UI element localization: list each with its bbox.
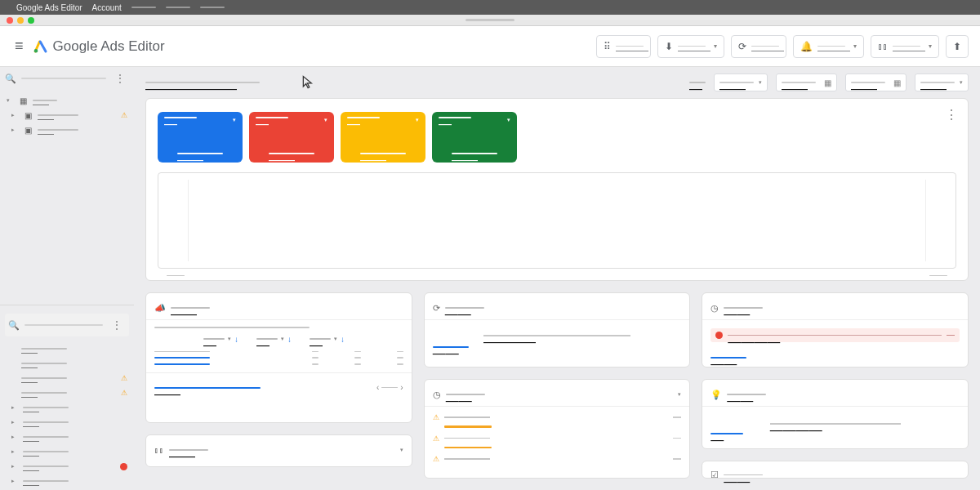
bar-chart-icon: ⫾⫾ (154, 445, 164, 455)
table-row[interactable] (154, 361, 403, 368)
col-sort[interactable]: —▾↓ (256, 335, 292, 344)
view-grid-button[interactable]: ⠿———— (596, 35, 651, 58)
nav-item[interactable]: ▸—— (0, 474, 134, 488)
upload-icon: ⬆ (953, 41, 961, 52)
nav-item[interactable]: ▸—— (0, 444, 134, 459)
check-card: ☑—— (702, 461, 969, 479)
sort-down-icon: ↓ (341, 335, 345, 344)
warning-icon: ⚠ (433, 413, 439, 421)
nav-item[interactable]: ——⚠ (0, 385, 134, 400)
prev-page[interactable]: ‹ (376, 383, 379, 392)
metric-card-yellow[interactable]: —▾—— (341, 112, 425, 163)
date-filter[interactable]: ——▦ (776, 74, 837, 91)
clock-icon: ◷ (433, 390, 441, 400)
chevron-down-icon: ▾ (759, 79, 762, 86)
megaphone-icon: 📣 (154, 303, 166, 314)
error-icon (715, 332, 723, 339)
close-window-button[interactable] (7, 17, 13, 24)
more-icon[interactable]: ⋮ (111, 72, 129, 85)
date-filter[interactable]: ——▦ (845, 74, 906, 91)
chevron-down-icon: ▾ (507, 117, 510, 123)
breadcrumb[interactable]: ——————— (145, 82, 260, 83)
download-button[interactable]: ⬇————▾ (657, 35, 724, 58)
next-page[interactable]: › (400, 383, 403, 392)
nav-item[interactable]: ▸—— (0, 400, 134, 415)
os-menu-account[interactable]: Account (92, 3, 122, 12)
x-axis-tick (929, 275, 947, 277)
maximize-window-button[interactable] (28, 17, 34, 24)
table-row[interactable] (154, 354, 403, 361)
tree-root[interactable]: ▾ ▦ —— (0, 93, 134, 108)
more-icon[interactable]: ⋮ (945, 107, 958, 122)
filter-dropdown[interactable]: ——▾ (915, 74, 969, 91)
metric-card-red[interactable]: —▾—— (249, 112, 334, 163)
history-item[interactable]: ⚠ (433, 412, 682, 423)
history-item[interactable]: ⚠ (433, 433, 682, 444)
col-sort[interactable]: —▾↓ (203, 335, 238, 344)
os-menu-item[interactable] (166, 7, 190, 8)
tree-item[interactable]: ▸ ▣ —— (0, 122, 134, 137)
history-card: ◷——▾ ⚠ ⚠ ⚠ (424, 379, 691, 479)
campaigns-card: 📣—— —▾↓ —▾↓ —▾↓ ——‹› (145, 292, 412, 423)
table-row[interactable] (154, 349, 403, 355)
os-menu-item[interactable] (200, 7, 225, 8)
overview-panel: ⋮ —▾—— —▾—— —▾—— —▾—— (145, 98, 969, 281)
col-sort[interactable]: —▾↓ (310, 335, 345, 344)
history-link[interactable] (444, 447, 492, 449)
chevron-down-icon: ▾ (233, 117, 236, 123)
chevron-down-icon[interactable]: ▾ (678, 391, 681, 398)
history-item[interactable]: ⚠ (433, 453, 682, 465)
nav-item[interactable]: ▸—— (0, 459, 134, 474)
search-icon: 🔍 (5, 74, 16, 84)
download-icon: ⬇ (665, 41, 673, 52)
more-icon[interactable]: ⋮ (108, 318, 126, 332)
os-menu-item[interactable] (131, 7, 156, 8)
bar-chart-icon: ⫾⫾ (878, 41, 888, 52)
tree-item[interactable]: ▸ ▣ —— ⚠ (0, 108, 134, 122)
cursor-icon (301, 74, 317, 91)
caret-right-icon: ▸ (11, 434, 18, 440)
chevron-down-icon[interactable]: ▾ (400, 447, 403, 453)
card-action-link[interactable]: —— (710, 357, 746, 359)
x-axis-tick (167, 275, 185, 277)
metric-cards: —▾—— —▾—— —▾—— —▾—— (158, 112, 956, 163)
card-action-link[interactable]: —— (433, 346, 469, 348)
upload-button[interactable]: ⬆ (946, 35, 969, 58)
card-action-link[interactable]: — (710, 433, 743, 434)
metric-card-blue[interactable]: —▾—— (158, 112, 243, 163)
os-menu-app[interactable]: Google Ads Editor (16, 3, 82, 12)
menu-icon[interactable]: ≡ (11, 34, 27, 58)
warning-icon: ⚠ (433, 434, 439, 443)
minimize-window-button[interactable] (17, 17, 24, 24)
nav-item[interactable]: —— (0, 356, 134, 371)
refresh-button[interactable]: ⟳———— (731, 35, 786, 58)
chevron-down-icon: ▾ (960, 79, 963, 86)
card-pagination: ——‹› (154, 383, 403, 392)
metric-card-green[interactable]: —▾—— (432, 112, 517, 163)
filter-dropdown[interactable]: ——▾ (714, 74, 768, 91)
caret-right-icon: ▸ (11, 112, 18, 118)
account-icon: ▣ (23, 126, 33, 135)
warning-icon: ⚠ (121, 374, 127, 382)
chevron-down-icon: ▾ (324, 117, 327, 123)
account-tree: ▾ ▦ —— ▸ ▣ —— ⚠ ▸ ▣ —— (0, 90, 134, 144)
nav-item[interactable]: ——⚠ (0, 371, 134, 385)
warning-icon: ⚠ (121, 389, 127, 397)
caret-right-icon: ▸ (11, 127, 18, 133)
view-all-link[interactable]: —— (154, 387, 261, 389)
notifications-button[interactable]: 🔔————▾ (793, 35, 864, 58)
stats-button[interactable]: ⫾⫾————▾ (871, 35, 939, 58)
history-link[interactable] (444, 425, 492, 428)
nav-item[interactable]: ▸—— (0, 415, 134, 430)
sort-down-icon: ↓ (287, 335, 292, 344)
nav-item[interactable]: ▸—— (0, 430, 134, 444)
chevron-down-icon: ▾ (853, 42, 857, 50)
search-icon: 🔍 (8, 320, 20, 331)
account-search[interactable]: 🔍 ⋮ (0, 67, 134, 90)
alert-banner[interactable]: ———— (710, 328, 960, 342)
nav-item[interactable]: —— (0, 341, 134, 356)
breadcrumb-row: ——————— — ——▾ ——▦ ——▦ ——▾ (145, 67, 969, 98)
main-content: ——————— — ——▾ ——▦ ——▦ ——▾ ⋮ —▾—— —▾—— —▾… (134, 67, 980, 490)
nav-search[interactable]: 🔍 ⋮ (5, 314, 129, 336)
bulb-icon: 💡 (710, 390, 722, 400)
